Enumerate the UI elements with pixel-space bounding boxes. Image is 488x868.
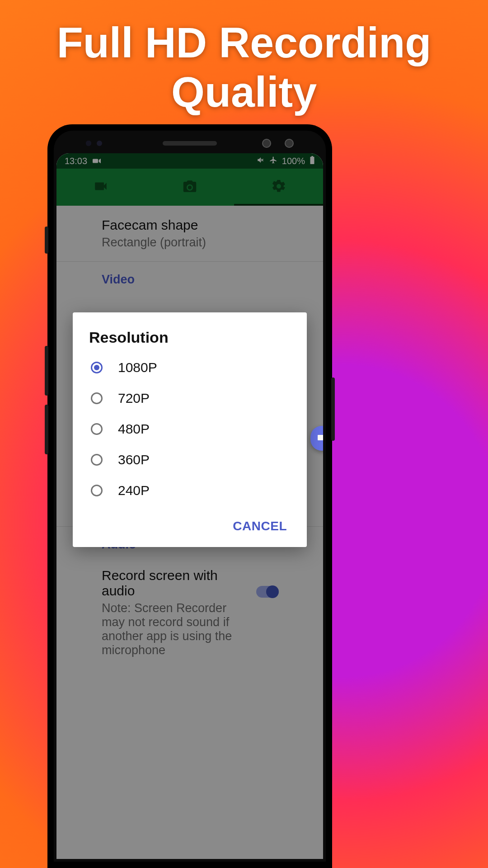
resolution-option-480p[interactable]: 480P	[91, 421, 291, 437]
resolution-dialog: Resolution 1080P 720P 480P	[73, 312, 307, 547]
radio-unselected-icon	[91, 423, 103, 435]
resolution-option-360p[interactable]: 360P	[91, 452, 291, 467]
phone-volume-up	[45, 346, 48, 396]
iris-sensor	[285, 139, 294, 148]
videocam-icon	[316, 432, 323, 445]
option-label: 240P	[118, 483, 150, 498]
radio-unselected-icon	[91, 485, 103, 496]
option-label: 360P	[118, 452, 150, 467]
phone-speaker-row	[56, 133, 323, 153]
phone-frame: 13:03 100%	[47, 124, 332, 868]
option-label: 480P	[118, 421, 150, 437]
radio-selected-icon	[91, 362, 103, 373]
radio-unselected-icon	[91, 454, 103, 466]
phone-speaker	[163, 141, 217, 146]
resolution-option-list: 1080P 720P 480P 360P	[89, 360, 291, 498]
phone-volume-down	[45, 405, 48, 454]
dialog-title: Resolution	[89, 329, 291, 346]
cancel-button[interactable]: CANCEL	[229, 514, 291, 539]
dialog-actions: CANCEL	[89, 514, 291, 539]
promo-headline: Full HD Recording Quality	[0, 18, 488, 117]
resolution-option-1080p[interactable]: 1080P	[91, 360, 291, 375]
radio-unselected-icon	[91, 392, 103, 404]
option-label: 1080P	[118, 360, 157, 375]
option-label: 720P	[118, 391, 150, 406]
sensor-dot	[97, 141, 102, 146]
resolution-option-240p[interactable]: 240P	[91, 483, 291, 498]
resolution-option-720p[interactable]: 720P	[91, 391, 291, 406]
phone-power-button	[331, 377, 335, 441]
front-camera	[262, 139, 271, 148]
phone-bixby-button	[45, 226, 48, 254]
phone-bezel: 13:03 100%	[54, 131, 326, 862]
sensor-dot	[86, 141, 91, 146]
phone-screen: 13:03 100%	[56, 153, 323, 859]
promo-background: Full HD Recording Quality	[0, 0, 488, 868]
